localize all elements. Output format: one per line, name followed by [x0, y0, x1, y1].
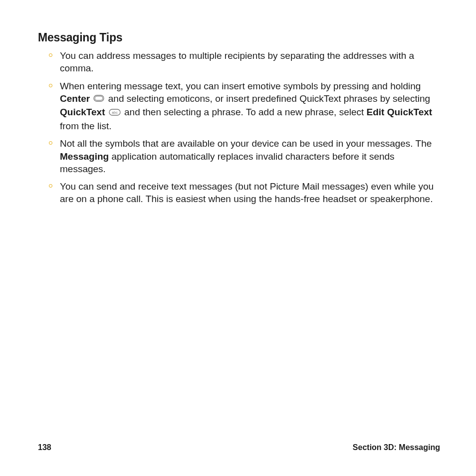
- quicktext-button-icon: abc: [109, 106, 121, 119]
- section-label: Section 3D: Messaging: [353, 443, 440, 452]
- bold-center: Center: [60, 93, 90, 104]
- tip-text: from the list.: [60, 121, 111, 131]
- tip-text: When entering message text, you can inse…: [60, 81, 421, 91]
- page-footer: 138 Section 3D: Messaging: [38, 443, 440, 452]
- bold-edit-quicktext: Edit QuickText: [367, 107, 433, 117]
- tip-text: You can send and receive text messages (…: [60, 181, 434, 204]
- tip-item: When entering message text, you can inse…: [60, 80, 440, 133]
- tip-item: You can address messages to multiple rec…: [60, 49, 440, 75]
- tips-list: You can address messages to multiple rec…: [38, 49, 440, 206]
- bold-messaging: Messaging: [60, 151, 109, 162]
- svg-text:abc: abc: [112, 111, 118, 114]
- center-button-icon: [93, 92, 104, 105]
- svg-rect-1: [95, 96, 103, 100]
- tip-text: You can address messages to multiple rec…: [60, 50, 414, 73]
- tip-text: and selecting emoticons, or insert prede…: [108, 93, 430, 104]
- page-title: Messaging Tips: [38, 31, 440, 44]
- manual-page: Messaging Tips You can address messages …: [0, 0, 476, 476]
- tip-item: You can send and receive text messages (…: [60, 180, 440, 206]
- tip-text: and then selecting a phrase. To add a ne…: [124, 107, 367, 117]
- tip-item: Not all the symbols that are available o…: [60, 137, 440, 175]
- tip-text: Not all the symbols that are available o…: [60, 138, 432, 149]
- bold-quicktext: QuickText: [60, 107, 105, 117]
- tip-text: application automatically replaces inval…: [60, 151, 395, 174]
- page-number: 138: [38, 443, 51, 452]
